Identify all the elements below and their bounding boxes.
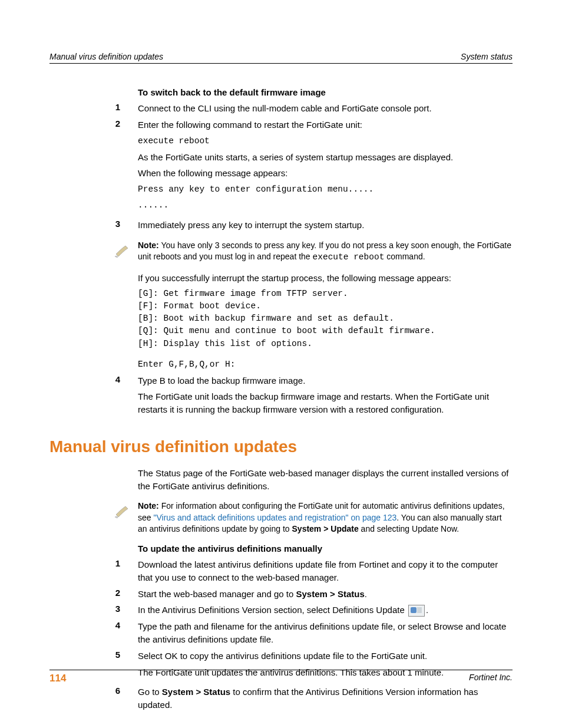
- step-2: 2 Enter the following command to restart…: [138, 118, 513, 215]
- text-part: .: [365, 589, 367, 599]
- step-3: 3 Immediately press any key to interrupt…: [138, 219, 513, 232]
- update-step-4: 4 Type the path and filename for the ant…: [138, 620, 513, 646]
- note-block: Note: For information about configuring …: [110, 500, 513, 535]
- cli-menu: [G]: Get firmware image from TFTP server…: [138, 288, 513, 370]
- step-line: The FortiGate unit loads the backup firm…: [138, 390, 513, 416]
- section-heading: Manual virus definition updates: [49, 437, 513, 456]
- cli-command: execute reboot: [138, 135, 513, 147]
- menu-line: [F]: Format boot device.: [138, 300, 513, 312]
- update-step-1: 1 Download the latest antivirus definiti…: [138, 558, 513, 584]
- step-body: Enter the following command to restart t…: [138, 118, 513, 215]
- note-part: command.: [384, 252, 425, 261]
- menu-line: [Q]: Quit menu and continue to boot with…: [138, 325, 513, 337]
- menu-line: Enter G,F,B,Q,or H:: [138, 358, 513, 371]
- note-icon: [110, 500, 138, 519]
- document-page: Manual virus definition updates System s…: [0, 0, 562, 728]
- footer-company: Fortinet Inc.: [469, 673, 513, 684]
- step-text: Immediately press any key to interrupt t…: [138, 219, 513, 232]
- step-text: Go to System > Status to confirm that th…: [138, 686, 513, 711]
- step-text: In the Antivirus Definitions Version sec…: [138, 604, 513, 617]
- note-icon: [110, 240, 138, 259]
- cli-output: ......: [138, 199, 513, 212]
- note-text: Note: For information about configuring …: [138, 500, 513, 535]
- text-part: .: [426, 605, 428, 615]
- text-part: Go to: [138, 687, 162, 697]
- header-right: System status: [461, 52, 513, 61]
- step-text: Type the path and filename for the antiv…: [138, 620, 513, 646]
- menu-path: System > Status: [162, 687, 230, 697]
- step-number: 3: [110, 219, 138, 232]
- step-number: 1: [110, 558, 138, 584]
- page-header: Manual virus definition updates System s…: [49, 52, 513, 64]
- note-label: Note:: [138, 241, 159, 250]
- step-number: 4: [110, 374, 138, 420]
- text-part: Start the web-based manager and go to: [138, 589, 296, 599]
- update-step-2: 2 Start the web-based manager and go to …: [138, 588, 513, 601]
- paragraph: If you successfully interrupt the startu…: [138, 272, 513, 285]
- step-number: 1: [110, 102, 138, 115]
- text-part: In the Antivirus Definitions Version sec…: [138, 605, 407, 615]
- step-text: Connect to the CLI using the null-modem …: [138, 102, 513, 115]
- step-1: 1 Connect to the CLI using the null-mode…: [138, 102, 513, 115]
- inline-cmd: execute reboot: [313, 252, 385, 262]
- step-number: 3: [110, 604, 138, 617]
- step-number: 2: [110, 118, 138, 215]
- page-footer: 114 Fortinet Inc.: [49, 670, 513, 684]
- step-text: Download the latest antivirus definition…: [138, 558, 513, 584]
- menu-line: [G]: Get firmware image from TFTP server…: [138, 288, 513, 300]
- menu-path: System > Update: [292, 524, 359, 533]
- page-number: 114: [49, 673, 66, 684]
- note-block: Note: You have only 3 seconds to press a…: [110, 240, 513, 263]
- step-number: 4: [110, 620, 138, 646]
- definitions-update-icon: [408, 605, 425, 617]
- paragraph: The Status page of the FortiGate web-bas…: [138, 467, 513, 493]
- procedure-heading-2: To update the antivirus definitions manu…: [138, 543, 513, 554]
- note-text: Note: You have only 3 seconds to press a…: [138, 240, 513, 263]
- step-line: When the following message appears:: [138, 167, 513, 180]
- step-text: Start the web-based manager and go to Sy…: [138, 588, 513, 601]
- note-label: Note:: [138, 501, 159, 510]
- menu-line: [H]: Display this list of options.: [138, 338, 513, 350]
- step-4: 4 Type B to load the backup firmware ima…: [138, 374, 513, 420]
- content-area: To switch back to the default firmware i…: [138, 87, 513, 711]
- cross-reference-link[interactable]: "Virus and attack definitions updates an…: [153, 513, 396, 522]
- step-line: As the FortiGate units starts, a series …: [138, 151, 513, 164]
- update-step-6: 6 Go to System > Status to confirm that …: [138, 686, 513, 711]
- step-line: Type B to load the backup firmware image…: [138, 374, 513, 387]
- step-number: 6: [110, 686, 138, 711]
- step-body: Type B to load the backup firmware image…: [138, 374, 513, 420]
- procedure-heading-1: To switch back to the default firmware i…: [138, 87, 513, 97]
- step-line: Select OK to copy the antivirus definiti…: [138, 650, 513, 663]
- header-left: Manual virus definition updates: [49, 52, 163, 61]
- step-number: 2: [110, 588, 138, 601]
- cli-output: Press any key to enter configuration men…: [138, 183, 513, 196]
- step-line: Enter the following command to restart t…: [138, 118, 513, 131]
- menu-line: [B]: Boot with backup firmware and set a…: [138, 312, 513, 325]
- menu-path: System > Status: [296, 589, 365, 599]
- update-step-3: 3 In the Antivirus Definitions Version s…: [138, 604, 513, 617]
- note-part: and selecting Update Now.: [359, 524, 459, 533]
